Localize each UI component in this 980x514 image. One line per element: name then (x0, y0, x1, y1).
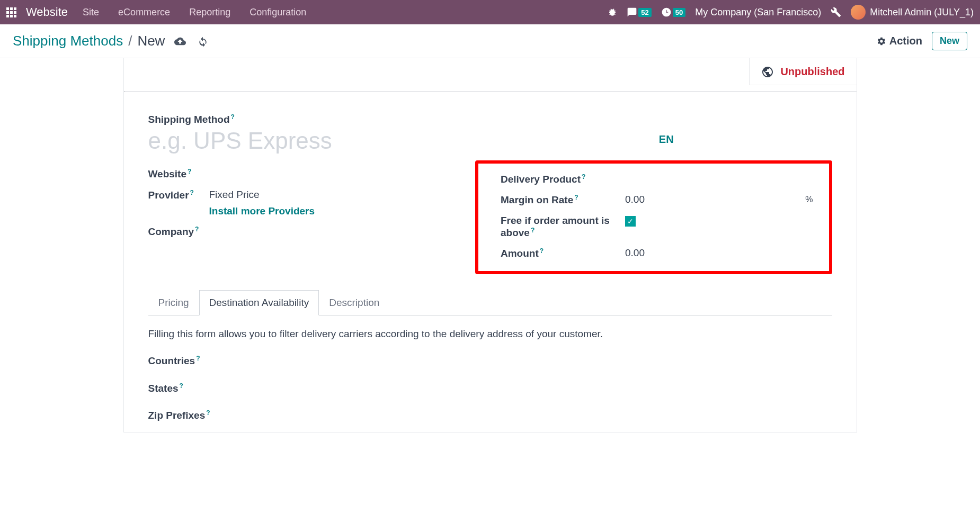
nav-site[interactable]: Site (83, 7, 99, 18)
highlighted-section: Delivery Product? Margin on Rate? 0.00 % (475, 160, 832, 274)
form-sheet: Unpublished Shipping Method? Website? (123, 58, 857, 432)
nav-configuration[interactable]: Configuration (250, 7, 306, 18)
shipping-method-input[interactable] (148, 128, 480, 154)
amount-field[interactable]: 0.00 (625, 247, 813, 259)
tab-pricing[interactable]: Pricing (148, 290, 199, 315)
action-button[interactable]: Action (877, 35, 922, 47)
amount-label: Amount? (501, 247, 625, 259)
help-icon[interactable]: ? (195, 226, 199, 233)
delivery-product-label: Delivery Product? (501, 173, 625, 185)
tabs: Pricing Destination Availability Descrip… (148, 290, 832, 315)
company-label: Company? (148, 226, 209, 238)
states-label: States? (148, 382, 832, 394)
install-providers-link[interactable]: Install more Providers (209, 205, 315, 217)
left-column: Shipping Method? Website? Provider? (148, 113, 480, 274)
destination-help-text: Filling this form allows you to filter d… (148, 328, 832, 340)
help-icon[interactable]: ? (190, 189, 194, 196)
user-name: Mitchell Admin (JULY_1) (870, 7, 974, 18)
help-icon[interactable]: ? (540, 247, 544, 255)
nav-menu: Site eCommerce Reporting Configuration (83, 7, 306, 18)
nav-reporting[interactable]: Reporting (189, 7, 230, 18)
website-label: Website? (148, 168, 209, 180)
help-icon[interactable]: ? (196, 355, 200, 362)
messages-badge: 52 (638, 8, 651, 17)
help-icon[interactable]: ? (582, 173, 585, 181)
top-navbar: Website Site eCommerce Reporting Configu… (0, 0, 980, 24)
tab-description[interactable]: Description (319, 290, 389, 315)
tab-destination[interactable]: Destination Availability (199, 290, 319, 315)
help-icon[interactable]: ? (180, 382, 183, 390)
free-above-label: Free if order amount is above? (501, 215, 625, 239)
user-menu[interactable]: Mitchell Admin (JULY_1) (851, 5, 974, 20)
avatar (851, 5, 866, 20)
margin-value[interactable]: 0.00 (625, 194, 805, 205)
breadcrumb: Shipping Methods / New (13, 33, 165, 49)
help-icon[interactable]: ? (231, 113, 235, 121)
apps-icon[interactable] (6, 7, 16, 17)
page-header: Shipping Methods / New Action New (0, 24, 980, 58)
tools-icon[interactable] (831, 7, 841, 17)
free-above-checkbox[interactable]: ✓ (625, 216, 636, 227)
action-label: Action (889, 35, 922, 47)
zip-prefixes-label: Zip Prefixes? (148, 409, 832, 421)
breadcrumb-current: New (137, 33, 165, 49)
breadcrumb-separator: / (128, 33, 132, 49)
provider-label: Provider? (148, 189, 209, 201)
publish-status[interactable]: Unpublished (749, 58, 856, 85)
new-button[interactable]: New (932, 32, 967, 50)
company-selector[interactable]: My Company (San Francisco) (695, 7, 821, 18)
breadcrumb-root[interactable]: Shipping Methods (13, 33, 123, 49)
help-icon[interactable]: ? (188, 168, 191, 175)
help-icon[interactable]: ? (206, 409, 210, 417)
activities-icon[interactable]: 50 (661, 7, 685, 17)
globe-icon (761, 65, 774, 78)
percent-label: % (805, 195, 813, 204)
activities-badge: 50 (673, 8, 685, 17)
help-icon[interactable]: ? (531, 227, 534, 234)
language-badge[interactable]: EN (501, 133, 832, 146)
help-icon[interactable]: ? (574, 194, 578, 201)
right-column: EN Delivery Product? Margin on Rate? (501, 113, 832, 274)
discard-icon[interactable] (198, 35, 208, 48)
unpublished-label: Unpublished (780, 66, 844, 78)
brand-name[interactable]: Website (26, 5, 68, 19)
margin-label: Margin on Rate? (501, 194, 625, 206)
countries-label: Countries? (148, 355, 832, 367)
tab-content: Filling this form allows you to filter d… (148, 315, 832, 421)
nav-ecommerce[interactable]: eCommerce (118, 7, 170, 18)
provider-field[interactable]: Fixed Price (209, 189, 480, 201)
messages-icon[interactable]: 52 (627, 7, 651, 17)
debug-icon[interactable] (608, 7, 617, 17)
shipping-method-label: Shipping Method? (148, 113, 480, 125)
cloud-upload-icon[interactable] (174, 35, 186, 48)
